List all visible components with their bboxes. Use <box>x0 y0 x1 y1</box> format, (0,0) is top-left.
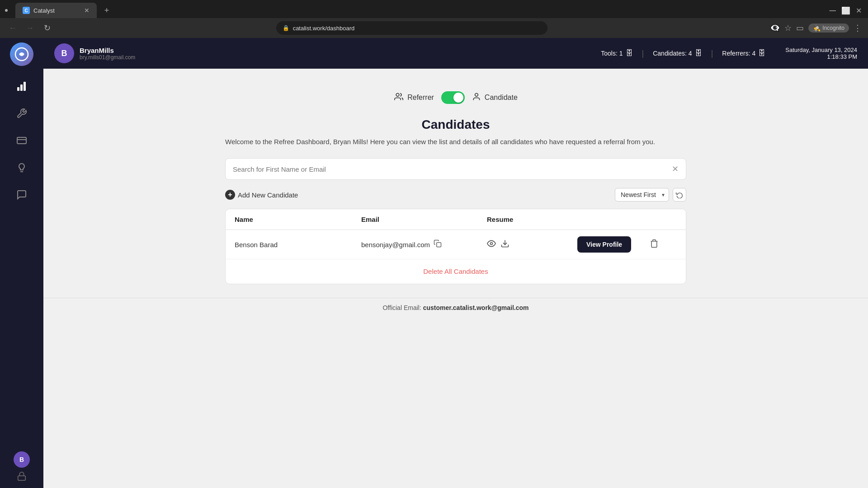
delete-candidate-cell <box>650 239 677 250</box>
candidates-stat: Candidates: 4 🗄 <box>653 49 702 57</box>
stat-divider-2: | <box>711 49 713 58</box>
download-resume-button[interactable] <box>500 239 509 250</box>
referrers-stat-label: Referrers: 4 <box>722 50 755 57</box>
referrer-icon <box>394 92 404 103</box>
table-header: Name Email Resume <box>226 209 686 230</box>
sidebar-item-card[interactable] <box>9 129 34 155</box>
mode-toggle-switch[interactable] <box>441 91 465 104</box>
extensions-button[interactable]: ⋮ <box>854 23 862 33</box>
referrer-label: Referrer <box>394 92 434 103</box>
address-bar[interactable]: 🔒 catalist.work/dashboard <box>276 21 547 35</box>
toggle-knob <box>453 93 463 103</box>
logo-icon <box>14 47 29 61</box>
col-resume-header: Resume <box>487 216 577 223</box>
footer-email: customer.catalist.work@gmail.com <box>423 304 529 311</box>
page-title: Candidates <box>225 117 686 132</box>
candidate-label: Candidate <box>472 92 518 103</box>
candidates-stat-icon: 🗄 <box>695 49 702 57</box>
search-bar: ✕ <box>225 158 686 180</box>
sidebar-user-avatar[interactable]: B <box>14 451 30 468</box>
content-area: Referrer Candidate <box>43 69 868 488</box>
sidebar-item-analytics[interactable] <box>9 75 34 100</box>
candidate-text: Candidate <box>485 94 518 102</box>
browser-chrome: C Catalyst ✕ + ─ ⬜ ✕ ← → ↻ 🔒 catalist.wo… <box>0 0 868 38</box>
table-row: Benson Barad bensonjay@gmail.com <box>226 230 686 259</box>
svg-rect-4 <box>17 137 26 144</box>
refresh-button[interactable]: ↻ <box>41 22 53 34</box>
forward-button[interactable]: → <box>24 22 36 34</box>
sort-area: Newest First Oldest First Name A-Z Name … <box>615 188 686 202</box>
hide-eye-button[interactable]: 👁‍🗨 <box>770 23 780 33</box>
address-security-icon: 🔒 <box>283 25 289 31</box>
browser-toolbar: ← → ↻ 🔒 catalist.work/dashboard 👁‍🗨 ☆ ▭ … <box>0 18 868 38</box>
referrer-text: Referrer <box>407 94 434 102</box>
svg-rect-1 <box>17 87 19 91</box>
browser-tabs: C Catalyst ✕ + ─ ⬜ ✕ <box>0 0 868 18</box>
analytics-icon <box>16 81 27 94</box>
candidate-email-cell: bensonjay@gmail.com <box>361 239 487 249</box>
delete-candidate-button[interactable] <box>650 239 659 250</box>
col-name-header: Name <box>235 216 361 223</box>
svg-rect-3 <box>24 82 26 91</box>
sort-select[interactable]: Newest First Oldest First Name A-Z Name … <box>615 188 669 202</box>
svg-rect-6 <box>18 476 26 480</box>
incognito-badge: 🕵 Incognito <box>808 23 849 33</box>
topbar-user: B BryanMills bry.mills01@gmail.com <box>54 43 135 63</box>
address-url: catalist.work/dashboard <box>293 25 355 32</box>
tools-stat-label: Tools: 1 <box>601 50 623 57</box>
sidebar-item-ideas[interactable] <box>9 156 34 182</box>
maximize-button[interactable]: ⬜ <box>841 6 850 15</box>
col-profile-header <box>577 216 650 223</box>
footer-text: Official Email: customer.catalist.work@g… <box>382 304 528 311</box>
search-clear-button[interactable]: ✕ <box>672 164 679 174</box>
add-icon: + <box>225 190 235 200</box>
resume-actions-cell <box>487 239 577 250</box>
sidebar-item-messages[interactable] <box>9 183 34 209</box>
back-button[interactable]: ← <box>6 22 19 34</box>
list-toolbar: + Add New Candidate Newest First Oldest … <box>225 188 686 202</box>
app-container: B B BryanMills bry.mills01@gmail.com <box>0 38 868 488</box>
sort-wrapper: Newest First Oldest First Name A-Z Name … <box>615 188 669 202</box>
topbar-date: Saturday, January 13, 2024 <box>785 47 857 53</box>
delete-all-button[interactable]: Delete All Candidates <box>423 267 488 275</box>
col-email-header: Email <box>361 216 487 223</box>
view-resume-button[interactable] <box>487 239 496 250</box>
tools-stat: Tools: 1 🗄 <box>601 49 632 57</box>
sidebar-toggle-button[interactable]: ▭ <box>796 23 804 33</box>
topbar-user-info: BryanMills bry.mills01@gmail.com <box>80 47 135 61</box>
browser-tab-catalyst[interactable]: C Catalyst ✕ <box>15 3 97 18</box>
sidebar-lock-button[interactable] <box>17 471 27 483</box>
bookmark-button[interactable]: ☆ <box>784 23 792 33</box>
tab-title: Catalyst <box>33 7 80 14</box>
sidebar-bottom: B <box>14 451 30 483</box>
tab-close-button[interactable]: ✕ <box>84 7 90 14</box>
stat-divider-1: | <box>642 49 644 58</box>
incognito-label: Incognito <box>822 25 844 31</box>
footer-email-prefix: Official Email: <box>382 304 421 311</box>
refresh-list-button[interactable] <box>673 188 686 202</box>
sidebar-item-tools[interactable] <box>9 102 34 127</box>
new-tab-button[interactable]: + <box>100 4 113 17</box>
topbar-datetime: Saturday, January 13, 2024 1:18:33 PM <box>785 47 857 60</box>
topbar-stats: Tools: 1 🗄 | Candidates: 4 🗄 | Referrers… <box>601 47 857 60</box>
close-window-button[interactable]: ✕ <box>856 6 862 15</box>
tab-nav-dots[interactable] <box>0 4 13 17</box>
topbar-time: 1:18:33 PM <box>785 53 857 60</box>
tools-icon <box>16 108 27 122</box>
page-description: Welcome to the Refree Dashboard, Bryan M… <box>225 136 686 147</box>
lightbulb-icon <box>16 162 27 176</box>
candidate-email-text: bensonjay@gmail.com <box>361 241 430 249</box>
footer: Official Email: customer.catalist.work@g… <box>43 298 868 317</box>
copy-email-button[interactable] <box>434 239 442 249</box>
topbar-email: bry.mills01@gmail.com <box>80 54 135 61</box>
minimize-button[interactable]: ─ <box>830 5 836 16</box>
topbar-username: BryanMills <box>80 47 135 54</box>
search-input[interactable] <box>233 165 672 173</box>
tools-stat-icon: 🗄 <box>626 49 633 57</box>
browser-actions: 👁‍🗨 ☆ ▭ 🕵 Incognito ⋮ <box>770 23 862 33</box>
sidebar-logo[interactable] <box>10 42 33 66</box>
add-new-candidate-button[interactable]: + Add New Candidate <box>225 190 298 200</box>
view-profile-button[interactable]: View Profile <box>577 236 631 253</box>
svg-point-7 <box>396 94 399 97</box>
topbar-avatar[interactable]: B <box>54 43 74 63</box>
